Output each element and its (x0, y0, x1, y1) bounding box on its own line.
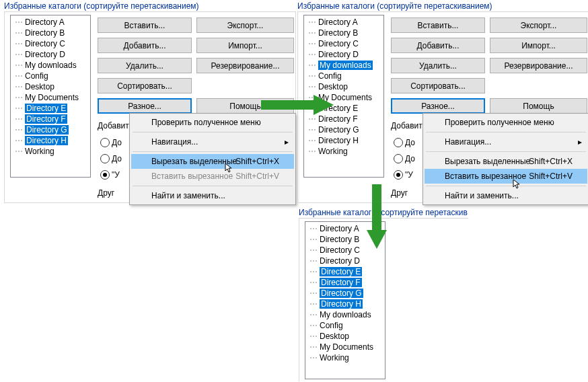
menu-find[interactable]: Найти и заменить... (131, 188, 294, 203)
tree-item[interactable]: ⋯Desktop (304, 81, 383, 92)
menu-sep (133, 186, 293, 186)
tree-item[interactable]: ⋯Directory D (11, 49, 90, 60)
tree-item[interactable]: ⋯My Documents (11, 92, 90, 103)
misc-button[interactable]: Разное... (98, 98, 192, 114)
sort-button[interactable]: Сортировать... (98, 78, 192, 93)
tree-item[interactable]: ⋯Directory F (304, 114, 383, 124)
tree-item[interactable]: ⋯Directory F (305, 277, 385, 288)
tree-item[interactable]: ⋯Config (304, 71, 383, 81)
menu-sep (133, 132, 293, 132)
submenu-icon: ▸ (285, 137, 289, 147)
tree-item[interactable]: ⋯Directory E (11, 103, 90, 114)
tree-item[interactable]: ⋯Config (11, 71, 90, 81)
context-menu[interactable]: Проверить полученное меню Навигация...▸ … (129, 113, 296, 205)
tree-item[interactable]: ⋯Directory C (11, 38, 90, 49)
tree-item[interactable]: ⋯Directory B (11, 28, 90, 38)
tree-item[interactable]: ⋯Directory A (11, 17, 90, 28)
menu-check[interactable]: Проверить полученное меню (131, 115, 294, 130)
tree-item[interactable]: ⋯Config (305, 320, 385, 331)
tree-item[interactable]: ⋯My downloads (305, 309, 385, 320)
menu-sep (426, 186, 586, 186)
arrow-right-icon (261, 95, 334, 115)
tree-item[interactable]: ⋯My downloads (11, 60, 90, 71)
label: Друг (98, 188, 114, 198)
tree-item[interactable]: ⋯Directory E (305, 266, 385, 277)
svg-marker-1 (314, 95, 334, 115)
tree-item[interactable]: ⋯Working (11, 146, 90, 157)
menu-paste[interactable]: Вставить вырезанноеShift+Ctrl+V (425, 169, 587, 184)
import-button[interactable]: Импорт... (490, 38, 587, 53)
delete-button[interactable]: Удалить... (391, 58, 485, 73)
menu-sep (426, 151, 586, 152)
add-button[interactable]: Добавить... (391, 38, 485, 53)
tree-item[interactable]: ⋯Directory C (304, 38, 383, 49)
backup-button[interactable]: Резервирование... (196, 58, 294, 73)
submenu-icon: ▸ (578, 137, 582, 147)
tree-item[interactable]: ⋯Directory G (11, 124, 90, 135)
menu-sep (426, 132, 586, 132)
menu-find[interactable]: Найти и заменить... (425, 188, 587, 203)
insert-button[interactable]: Вставить... (391, 17, 485, 33)
tree-item[interactable]: ⋯Directory D (305, 256, 385, 266)
tree-item[interactable]: ⋯Directory H (304, 135, 383, 146)
arrow-down-icon (367, 184, 387, 249)
tree-item[interactable]: ⋯Working (305, 352, 385, 363)
menu-check[interactable]: Проверить полученное меню (425, 115, 587, 130)
tree-item[interactable]: ⋯Directory F (11, 114, 90, 124)
tree-item[interactable]: ⋯Directory G (305, 288, 385, 299)
menu-nav[interactable]: Навигация...▸ (131, 135, 294, 149)
tree-item[interactable]: ⋯Directory G (304, 124, 383, 135)
radio-smart[interactable]: "У (100, 169, 120, 180)
tree-item[interactable]: ⋯Working (304, 146, 383, 157)
sort-button[interactable]: Сортировать... (391, 78, 485, 93)
menu-cut[interactable]: Вырезать выделенныеShift+Ctrl+X (425, 154, 587, 169)
tree-item[interactable]: ⋯Directory H (11, 135, 90, 146)
tree-item[interactable]: ⋯Directory B (304, 28, 383, 38)
directory-tree[interactable]: ⋯Directory A ⋯Directory B ⋯Directory C ⋯… (10, 15, 91, 178)
add-button[interactable]: Добавить... (98, 38, 192, 53)
menu-nav[interactable]: Навигация...▸ (425, 135, 587, 149)
tree-item[interactable]: ⋯Directory D (304, 49, 383, 60)
radio-smart[interactable]: "У (394, 169, 413, 180)
cursor-icon (513, 179, 523, 190)
menu-paste: Вставить вырезанноеShift+Ctrl+V (131, 169, 294, 184)
radio-before[interactable]: До (100, 137, 122, 148)
radio-before[interactable]: До (394, 137, 415, 148)
menu-sep (133, 151, 293, 152)
backup-button[interactable]: Резервирование... (490, 58, 587, 73)
tree-item[interactable]: ⋯Desktop (11, 81, 90, 92)
label: Друг (391, 188, 408, 198)
delete-button[interactable]: Удалить... (98, 58, 192, 73)
tree-item[interactable]: ⋯My Documents (305, 342, 385, 352)
tree-item[interactable]: ⋯Desktop (305, 331, 385, 342)
tree-item[interactable]: ⋯Directory A (304, 17, 383, 28)
import-button[interactable]: Импорт... (196, 38, 294, 53)
tree-item[interactable]: ⋯My downloads (304, 60, 383, 71)
export-button[interactable]: Экспорт... (196, 17, 294, 33)
cursor-icon (225, 163, 235, 174)
help-button[interactable]: Помощь (490, 98, 587, 114)
insert-button[interactable]: Вставить... (98, 17, 192, 33)
menu-cut[interactable]: Вырезать выделенныеShift+Ctrl+X (131, 154, 294, 169)
tree-item[interactable]: ⋯Directory H (305, 299, 385, 309)
context-menu[interactable]: Проверить полученное меню Навигация...▸ … (422, 113, 588, 205)
export-button[interactable]: Экспорт... (490, 17, 587, 33)
misc-button[interactable]: Разное... (391, 98, 485, 114)
radio-before2[interactable]: До (100, 153, 122, 164)
radio-before2[interactable]: До (394, 153, 415, 164)
svg-marker-3 (367, 230, 387, 249)
